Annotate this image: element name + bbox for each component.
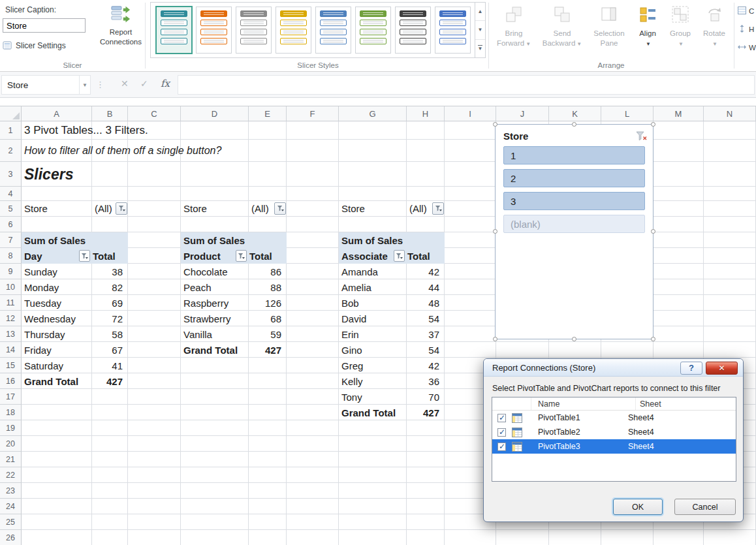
resize-handle[interactable] [493, 337, 497, 341]
dialog-close-button[interactable]: ✕ [706, 362, 738, 375]
row-header[interactable]: 4 [0, 187, 22, 201]
cancel-entry-icon[interactable]: ✕ [121, 78, 129, 89]
slicer-item-2[interactable]: 2 [503, 169, 645, 187]
clear-filter-icon[interactable] [636, 131, 648, 142]
send-backward-button[interactable]: Send Backward▼ [538, 3, 586, 59]
column-header[interactable]: H [407, 106, 445, 121]
row-header[interactable]: 11 [0, 295, 22, 311]
gallery-scroll-down-button[interactable]: ▼ [475, 21, 485, 39]
gallery-more-button[interactable]: ▼ [475, 40, 485, 57]
row-header[interactable]: 2 [0, 140, 22, 162]
ok-button[interactable]: OK [613, 499, 663, 515]
connection-row-pivottable1[interactable]: PivotTable1 Sheet4 [492, 411, 736, 425]
row-header[interactable]: 20 [0, 436, 22, 452]
row-header[interactable]: 13 [0, 326, 22, 342]
connections-list[interactable]: Name Sheet PivotTable1 Sheet4 PivotTable… [492, 397, 736, 482]
slicer-store[interactable]: Store 1 2 3 (blank) [495, 124, 654, 339]
row-header[interactable]: 1 [0, 121, 22, 140]
row-header[interactable]: 8 [0, 248, 22, 264]
buttons-height-item[interactable]: H [738, 22, 754, 37]
resize-handle[interactable] [493, 229, 497, 234]
row-header[interactable]: 18 [0, 405, 22, 420]
slicer-style-thumbnail[interactable] [435, 7, 471, 54]
row-header[interactable]: 22 [0, 467, 22, 483]
row-header[interactable]: 26 [0, 530, 22, 545]
slicer-caption-input[interactable] [3, 18, 86, 33]
slicer-style-thumbnail[interactable] [156, 7, 192, 54]
gallery-scroll-up-button[interactable]: ▲ [475, 3, 485, 21]
cancel-button[interactable]: Cancel [674, 499, 736, 515]
row-header[interactable]: 6 [0, 217, 22, 232]
group-button[interactable]: Group ▼ [665, 3, 696, 59]
report-checkbox[interactable] [497, 414, 506, 422]
connection-row-pivottable2[interactable]: PivotTable2 Sheet4 [492, 425, 736, 439]
row-header[interactable]: 23 [0, 483, 22, 499]
row-header[interactable]: 3 [0, 162, 22, 187]
row-header[interactable]: 15 [0, 358, 22, 373]
slicer-settings-button[interactable]: Slicer Settings [3, 38, 66, 54]
column-header[interactable]: D [181, 106, 249, 121]
column-header[interactable]: J [496, 106, 549, 121]
slicer-style-thumbnail[interactable] [395, 7, 431, 54]
report-checkbox[interactable] [497, 428, 506, 437]
report-filter-dropdown-button[interactable] [432, 202, 444, 215]
row-header[interactable]: 24 [0, 499, 22, 514]
resize-handle[interactable] [493, 122, 497, 127]
align-button[interactable]: Align ▼ [632, 3, 663, 59]
formula-input[interactable] [178, 75, 755, 95]
resize-handle[interactable] [651, 229, 655, 234]
name-box-dropdown-icon[interactable]: ▼ [80, 75, 91, 95]
row-header[interactable]: 21 [0, 452, 22, 467]
report-filter-dropdown-button[interactable] [116, 202, 127, 215]
slicer-style-thumbnail[interactable] [355, 7, 391, 54]
row-header[interactable]: 10 [0, 279, 22, 295]
column-header[interactable]: E [249, 106, 287, 121]
column-header[interactable]: M [654, 106, 704, 121]
slicer-style-thumbnail[interactable] [196, 7, 232, 54]
slicer-style-thumbnail[interactable] [236, 7, 272, 54]
column-header[interactable]: C [128, 106, 181, 121]
row-header[interactable]: 16 [0, 373, 22, 389]
row-header[interactable]: 9 [0, 264, 22, 279]
resize-handle[interactable] [651, 122, 655, 127]
row-header[interactable]: 14 [0, 342, 22, 358]
column-header[interactable]: L [601, 106, 654, 121]
column-header[interactable]: F [287, 106, 339, 121]
column-header[interactable]: N [704, 106, 756, 121]
slicer-style-thumbnail[interactable] [315, 7, 351, 54]
report-connections-button[interactable]: Report Connections [98, 2, 144, 58]
resize-handle[interactable] [572, 122, 576, 127]
select-all-corner[interactable] [0, 106, 22, 121]
report-filter-dropdown-button[interactable] [274, 202, 286, 215]
slicer-item-blank[interactable]: (blank) [503, 215, 645, 233]
dialog-help-button[interactable]: ? [680, 362, 702, 375]
formula-bar-drag-handle[interactable]: ⋮ [96, 80, 104, 89]
connection-row-pivottable3[interactable]: PivotTable3 Sheet4 [492, 439, 736, 454]
pivot-filter-button[interactable] [236, 250, 247, 262]
rotate-button[interactable]: Rotate ▼ [697, 3, 731, 59]
selection-pane-button[interactable]: Selection Pane [588, 3, 631, 59]
slicer-style-thumbnail[interactable] [276, 7, 311, 54]
row-header[interactable]: 5 [0, 201, 22, 217]
column-header[interactable]: A [22, 106, 92, 121]
resize-handle[interactable] [651, 337, 655, 341]
confirm-entry-icon[interactable]: ✓ [140, 78, 148, 89]
pivot-filter-button[interactable] [394, 250, 405, 262]
pivot-filter-button[interactable] [79, 250, 90, 262]
row-header[interactable]: 25 [0, 514, 22, 530]
slicer-item-3[interactable]: 3 [503, 192, 645, 210]
dialog-title-bar[interactable]: Report Connections (Store) [484, 359, 743, 377]
buttons-width-item[interactable]: W [738, 40, 756, 55]
column-header[interactable]: K [549, 106, 601, 121]
report-checkbox[interactable] [497, 443, 506, 451]
buttons-columns-item[interactable]: C [738, 4, 754, 18]
row-header[interactable]: 19 [0, 420, 22, 436]
name-box[interactable] [1, 75, 80, 95]
resize-handle[interactable] [572, 337, 576, 341]
row-header[interactable]: 7 [0, 232, 22, 248]
slicer-item-1[interactable]: 1 [503, 146, 645, 164]
row-header[interactable]: 12 [0, 311, 22, 326]
row-header[interactable]: 17 [0, 389, 22, 405]
column-header[interactable]: I [445, 106, 496, 121]
bring-forward-button[interactable]: Bring Forward▼ [491, 3, 537, 59]
